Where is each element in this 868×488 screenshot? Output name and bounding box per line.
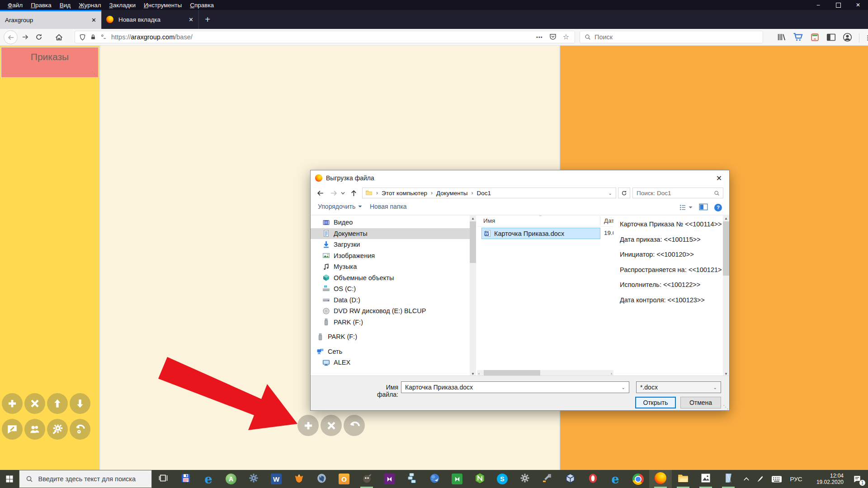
orange-extension-icon[interactable] (810, 33, 820, 44)
taskbar-skype-button[interactable]: S (491, 470, 514, 488)
taskbar-gimp-button[interactable] (355, 470, 378, 488)
tree-item-computer[interactable]: ALEX (311, 357, 470, 368)
add-button[interactable] (297, 415, 319, 436)
taskbar-postgresql-button[interactable] (310, 470, 333, 488)
history-dropdown-icon[interactable] (339, 188, 346, 198)
filetype-select[interactable]: *.docx ⌄ (636, 381, 721, 393)
move-up-button[interactable] (47, 393, 68, 414)
new-folder-button[interactable]: Новая папка (370, 203, 407, 210)
tab-new-tab[interactable]: Новая вкладка ✕ (101, 10, 199, 29)
resize-grip-icon[interactable]: ⋱ (723, 404, 728, 410)
minimize-button[interactable]: – (808, 0, 828, 10)
library-icon[interactable] (777, 33, 786, 43)
tray-show-hidden-button[interactable] (740, 470, 753, 488)
dialog-back-button[interactable] (314, 188, 326, 198)
breadcrumb-segment[interactable]: Doc1 (477, 190, 491, 197)
close-button[interactable]: ✕ (848, 0, 868, 10)
taskbar-photos-button[interactable] (694, 470, 717, 488)
tree-item-pictures[interactable]: Изображения (311, 250, 470, 262)
undo-button[interactable] (344, 415, 365, 436)
add-button[interactable] (2, 393, 23, 414)
menubar-item-3[interactable]: Вид (56, 1, 75, 9)
taskbar-virtualbox-button[interactable] (559, 470, 581, 488)
taskbar-save-app-button[interactable] (175, 470, 197, 488)
tree-item-downloads[interactable]: Загрузки (311, 239, 470, 250)
tray-pen-button[interactable] (753, 470, 768, 488)
chevron-down-icon[interactable]: ⌄ (622, 385, 629, 390)
resize-grip-icon[interactable]: ⋱ (92, 71, 97, 77)
taskbar-team-explorer-button[interactable] (446, 470, 468, 488)
taskbar-database-app-button[interactable] (401, 470, 423, 488)
tree-scrollbar[interactable]: ▲▼ (470, 216, 476, 377)
maximize-button[interactable] (828, 0, 848, 10)
tree-item-usb[interactable]: PARK (F:) (311, 331, 470, 343)
organize-menu[interactable]: Упорядочить (318, 203, 362, 210)
dialog-forward-button[interactable] (328, 188, 340, 198)
menubar-item-7[interactable]: Справка (186, 1, 218, 9)
new-tab-button[interactable]: + (199, 10, 216, 29)
tree-item-documents[interactable]: Документы (311, 228, 470, 239)
permissions-icon[interactable] (100, 34, 107, 40)
taskbar-visual-studio-button[interactable] (378, 470, 401, 488)
taskbar-task-view-button[interactable] (152, 470, 175, 488)
reset-button[interactable] (70, 419, 90, 440)
taskbar-system-settings-button[interactable] (514, 470, 536, 488)
breadcrumb[interactable]: ›Этот компьютер›Документы›Doc1 ⌄ (362, 188, 616, 198)
preview-pane-button[interactable] (699, 203, 708, 212)
account-icon[interactable] (843, 33, 852, 44)
preview-scrollbar[interactable]: ▲▼ (723, 216, 729, 377)
taskbar-dev-tools-button[interactable] (536, 470, 559, 488)
taskbar-android-studio-button[interactable]: A (220, 470, 242, 488)
tray-notifications-button[interactable]: 1 (846, 470, 868, 488)
dialog-titlebar[interactable]: Выгрузка файла ✕ (311, 170, 729, 186)
forward-button[interactable] (20, 32, 31, 42)
menu-hamburger-icon[interactable] (866, 34, 868, 42)
menubar-item-4[interactable]: Журнал (75, 1, 105, 9)
taskbar-notes-button[interactable] (717, 470, 740, 488)
taskbar-settings-app-button[interactable] (242, 470, 265, 488)
menubar-item-1[interactable]: Файл (4, 1, 27, 9)
reload-button[interactable] (33, 32, 44, 42)
view-options-button[interactable] (679, 204, 693, 211)
url-bar[interactable]: https://araxgroup.com/base/ ••• ☆ (75, 31, 575, 43)
open-button[interactable]: Открыть (635, 397, 676, 408)
tree-item-usb[interactable]: PARK (F:) (311, 317, 470, 328)
settings-button[interactable] (47, 419, 68, 440)
dialog-search-box[interactable]: Поиск: Doc1 (632, 188, 723, 198)
breadcrumb-dropdown-icon[interactable]: ⌄ (609, 191, 616, 196)
taskbar-firefox-button[interactable] (649, 470, 672, 488)
home-button[interactable] (53, 32, 64, 42)
taskbar-opera-button[interactable] (581, 470, 604, 488)
tab-araxgroup[interactable]: Araxgroup ✕ (0, 10, 101, 29)
sidebars-icon[interactable] (826, 33, 836, 43)
tab-close-icon[interactable]: ✕ (184, 16, 198, 23)
tab-close-icon[interactable]: ✕ (86, 17, 101, 23)
dialog-close-icon[interactable]: ✕ (709, 170, 729, 186)
chevron-down-icon[interactable]: ⌄ (713, 385, 721, 390)
breadcrumb-segment[interactable]: Этот компьютер (382, 190, 427, 197)
tray-keyboard-button[interactable] (768, 470, 786, 488)
edit-button[interactable] (2, 419, 23, 440)
page-actions-icon[interactable]: ••• (536, 34, 543, 40)
cart-extension-icon[interactable] (793, 32, 803, 44)
cancel-button[interactable]: Отмена (680, 397, 721, 408)
filename-input[interactable]: Карточка Приказа.docx ⌄ (401, 381, 629, 393)
taskbar-search-input[interactable]: Введите здесь текст для поиска (19, 470, 152, 488)
tray-language-button[interactable]: РУС (786, 470, 807, 488)
menubar-item-2[interactable]: Правка (27, 1, 56, 9)
date-column-header[interactable]: Дата (604, 217, 613, 224)
lock-icon[interactable] (90, 34, 96, 40)
taskbar-chrome-button[interactable] (627, 470, 649, 488)
back-button[interactable] (4, 30, 18, 44)
tree-item-objects3d[interactable]: Объемные объекты (311, 272, 470, 284)
tray-clock-button[interactable]: 12:0419.02.2020 (807, 470, 846, 488)
browser-search-bar[interactable]: Поиск (580, 31, 763, 43)
refresh-button[interactable] (618, 188, 630, 198)
users-button[interactable] (24, 419, 45, 440)
move-down-button[interactable] (70, 393, 90, 414)
help-icon[interactable]: ? (714, 204, 722, 211)
taskbar-browser-app-button[interactable] (423, 470, 446, 488)
delete-button[interactable] (24, 393, 45, 414)
tree-item-dvd[interactable]: DVD RW дисковод (E:) BLCUP (311, 305, 470, 317)
tree-item-drive[interactable]: Data (D:) (311, 295, 470, 306)
